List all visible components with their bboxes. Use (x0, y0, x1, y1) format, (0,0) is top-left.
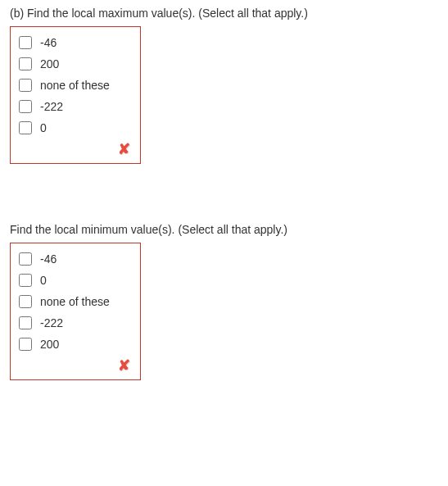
option-row: 200 (17, 334, 133, 355)
option-row: 0 (17, 270, 133, 291)
question-prompt-max: (b) Find the local maximum value(s). (Se… (10, 7, 438, 20)
question-prompt-min: Find the local minimum value(s). (Select… (10, 223, 438, 236)
checkbox-option[interactable] (19, 36, 32, 49)
question-block-max: (b) Find the local maximum value(s). (Se… (10, 7, 438, 164)
option-row: 200 (17, 53, 133, 75)
option-row: none of these (17, 291, 133, 312)
option-label: 200 (40, 338, 59, 351)
checkbox-option[interactable] (19, 252, 32, 266)
checkbox-option[interactable] (19, 316, 32, 329)
feedback-row: ✘ (17, 139, 133, 160)
option-row: -46 (17, 32, 133, 53)
answer-box-min: -46 0 none of these -222 200 ✘ (10, 243, 141, 380)
option-label: none of these (40, 295, 110, 308)
feedback-row: ✘ (17, 355, 133, 376)
checkbox-option[interactable] (19, 79, 32, 92)
option-label: 200 (40, 57, 59, 70)
checkbox-option[interactable] (19, 274, 32, 287)
checkbox-option[interactable] (19, 295, 32, 308)
option-label: -222 (40, 316, 63, 329)
checkbox-option[interactable] (19, 57, 32, 70)
incorrect-icon: ✘ (118, 140, 130, 158)
section-gap (10, 164, 438, 223)
checkbox-option[interactable] (19, 338, 32, 351)
option-label: 0 (40, 274, 47, 287)
incorrect-icon: ✘ (118, 357, 130, 375)
answer-box-max: -46 200 none of these -222 0 ✘ (10, 26, 141, 164)
option-row: -222 (17, 312, 133, 334)
option-label: 0 (40, 121, 47, 134)
checkbox-option[interactable] (19, 100, 32, 113)
option-label: none of these (40, 79, 110, 92)
option-label: -46 (40, 36, 57, 49)
question-block-min: Find the local minimum value(s). (Select… (10, 223, 438, 380)
option-label: -46 (40, 252, 57, 266)
option-label: -222 (40, 100, 63, 113)
option-row: -222 (17, 96, 133, 117)
option-row: 0 (17, 117, 133, 139)
checkbox-option[interactable] (19, 121, 32, 134)
option-row: none of these (17, 75, 133, 96)
option-row: -46 (17, 248, 133, 270)
